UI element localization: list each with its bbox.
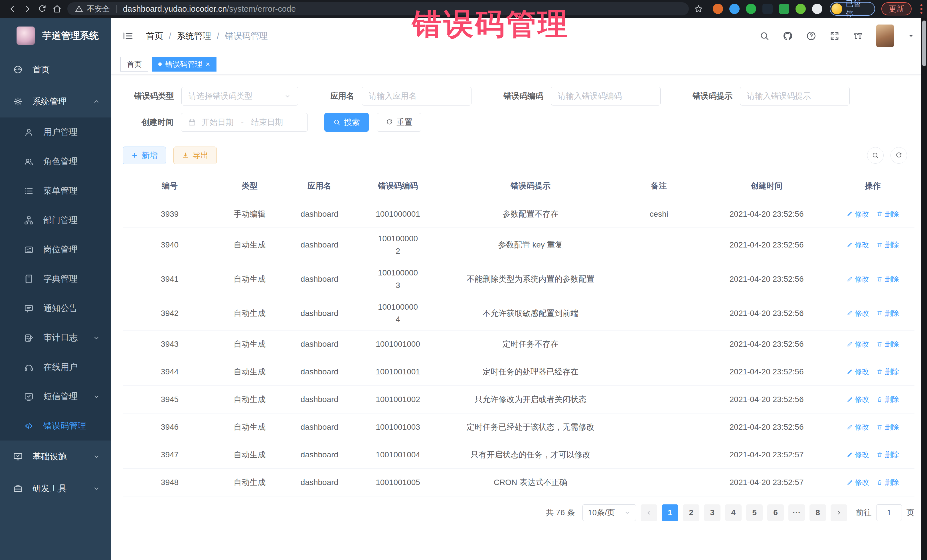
table-row[interactable]: 3942 自动生成 dashboard 100100000 4 不允许获取敏感配… [123,296,915,331]
gem-extension-icon[interactable] [729,4,740,14]
edit-link[interactable]: 修改 [846,477,869,488]
page-size-select[interactable]: 10条/页 [582,504,636,521]
edit-link[interactable]: 修改 [846,366,869,377]
page-button-6[interactable]: 6 [767,504,784,521]
sidebar-item-home[interactable]: 首页 [0,54,111,85]
close-tab-icon[interactable]: × [206,61,210,68]
sidebar-logo[interactable]: 芋道管理系统 [0,18,111,54]
add-button[interactable]: 新增 [123,147,166,164]
caret-down-icon[interactable] [907,32,915,40]
delete-link[interactable]: 删除 [877,366,899,377]
tab-error-code[interactable]: 错误码管理× [152,57,216,71]
table-row[interactable]: 3946 自动生成 dashboard 1001001003 定时任务已经处于该… [123,413,915,441]
edit-link[interactable]: 修改 [846,308,869,319]
toggle-search-button[interactable] [867,147,884,164]
edit-link[interactable]: 修改 [846,273,869,285]
sidebar-toggle-icon[interactable] [122,30,134,42]
app-name-input[interactable] [362,87,471,106]
table-row[interactable]: 3941 自动生成 dashboard 100100000 3 不能删除类型为系… [123,262,915,296]
goto-page-input[interactable] [876,504,902,521]
breadcrumb-system[interactable]: 系统管理 [177,30,211,42]
breadcrumb-home[interactable]: 首页 [146,30,163,42]
edit-link[interactable]: 修改 [846,208,869,220]
tiles-extension-icon[interactable] [763,4,773,14]
table-row[interactable]: 3947 自动生成 dashboard 1001001004 只有开启状态的任务… [123,441,915,469]
sidebar-item-sms[interactable]: 短信管理 [0,382,111,411]
browser-forward-icon[interactable] [20,2,35,16]
page-button-1[interactable]: 1 [662,504,678,521]
refresh-table-button[interactable] [891,147,907,164]
browser-reload-icon[interactable] [35,2,50,16]
v-green-extension-icon[interactable] [746,4,756,14]
table-row[interactable]: 3948 自动生成 dashboard 1001001005 CRON 表达式不… [123,469,915,496]
table-row[interactable]: 3940 自动生成 dashboard 100100000 2 参数配置 key… [123,228,915,262]
search-button[interactable]: 搜索 [324,113,369,132]
sidebar-item-audit-log[interactable]: 审计日志 [0,323,111,352]
sidebar-item-error-code[interactable]: 错误码管理 [0,411,111,440]
sidebar-item-online-user[interactable]: 在线用户 [0,352,111,382]
error-type-select[interactable]: 请选择错误码类型 [181,87,298,106]
ubuntu-extension-icon[interactable] [713,4,723,14]
delete-link[interactable]: 删除 [877,394,899,405]
sidebar-item-dev-tools[interactable]: 研发工具 [0,472,111,504]
edit-link[interactable]: 修改 [846,239,869,250]
puzzle-extension-icon[interactable] [812,4,822,14]
page-button-3[interactable]: 3 [704,504,720,521]
sidebar-item-post[interactable]: 岗位管理 [0,235,111,264]
help-icon[interactable] [806,31,816,41]
delete-link[interactable]: 删除 [877,308,899,319]
delete-link[interactable]: 删除 [877,338,899,349]
browser-update-button[interactable]: 更新 [881,2,912,15]
table-row[interactable]: 3943 自动生成 dashboard 1001001000 定时任务不存在 2… [123,331,915,358]
prev-page-button[interactable] [641,504,657,521]
fullscreen-icon[interactable] [830,31,840,41]
table-row[interactable]: 3944 自动生成 dashboard 1001001001 定时任务的处理器已… [123,358,915,386]
page-button-4[interactable]: 4 [725,504,742,521]
switch-on-extension-icon[interactable] [779,4,789,14]
sidebar-item-role[interactable]: 角色管理 [0,147,111,176]
address-bar[interactable]: 不安全 dashboard.yudao.iocoder.cn /system/e… [67,2,689,15]
sidebar-item-dept[interactable]: 部门管理 [0,206,111,235]
table-row[interactable]: 3939 手动编辑 dashboard 1001000001 参数配置不存在 c… [123,200,915,228]
mantis-extension-icon[interactable] [795,4,806,14]
edit-link[interactable]: 修改 [846,338,869,349]
delete-link[interactable]: 删除 [877,208,899,220]
page-button-8[interactable]: 8 [810,504,826,521]
browser-profile-chip[interactable]: 已暂停 [830,2,875,16]
browser-back-icon[interactable] [5,2,20,16]
delete-link[interactable]: 删除 [877,449,899,460]
sidebar-item-menu[interactable]: 菜单管理 [0,176,111,206]
export-button[interactable]: 导出 [173,147,217,164]
error-code-input[interactable] [551,87,661,106]
delete-link[interactable]: 删除 [877,273,899,285]
error-hint-input[interactable] [740,87,850,106]
date-range-picker[interactable]: 开始日期 - 结束日期 [181,113,308,132]
page-ellipsis-button[interactable]: ··· [789,504,805,521]
page-button-5[interactable]: 5 [746,504,763,521]
user-avatar[interactable] [876,24,894,47]
bookmark-star-icon[interactable] [691,2,706,16]
font-size-icon[interactable] [853,31,863,41]
next-page-button[interactable] [831,504,847,521]
browser-home-icon[interactable] [50,2,64,16]
delete-link[interactable]: 删除 [877,422,899,433]
github-icon[interactable] [783,31,793,41]
sidebar-item-infra[interactable]: 基础设施 [0,440,111,472]
sidebar-item-system[interactable]: 系统管理 [0,85,111,117]
reset-button[interactable]: 重置 [377,113,421,132]
delete-link[interactable]: 删除 [877,239,899,250]
delete-link[interactable]: 删除 [877,477,899,488]
edit-link[interactable]: 修改 [846,422,869,433]
scrollbar-track[interactable] [921,18,927,560]
browser-menu-icon[interactable] [916,4,927,14]
tab-home[interactable]: 首页 [120,57,148,71]
edit-link[interactable]: 修改 [846,394,869,405]
search-icon[interactable] [759,31,769,41]
edit-link[interactable]: 修改 [846,449,869,460]
sidebar-item-notice[interactable]: 通知公告 [0,294,111,323]
scrollbar-thumb[interactable] [922,21,926,66]
sidebar-item-dict[interactable]: 字典管理 [0,264,111,294]
table-row[interactable]: 3945 自动生成 dashboard 1001001002 只允许修改为开启或… [123,386,915,413]
sidebar-item-user[interactable]: 用户管理 [0,117,111,147]
page-button-2[interactable]: 2 [683,504,699,521]
